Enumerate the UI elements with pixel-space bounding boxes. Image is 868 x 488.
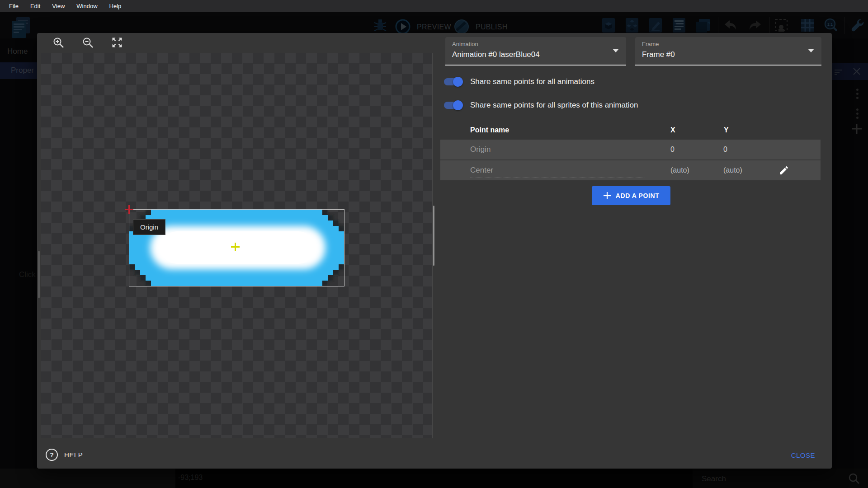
plus-icon <box>603 192 611 200</box>
chevron-down-icon <box>808 49 814 52</box>
canvas-divider <box>432 53 433 438</box>
menu-edit[interactable]: Edit <box>30 3 40 9</box>
canvas-vertical-scrollbar[interactable] <box>433 206 434 266</box>
menu-help[interactable]: Help <box>109 3 122 9</box>
animation-select[interactable]: Animation Animation #0 laserBlue04 <box>445 37 626 66</box>
menu-window[interactable]: Window <box>76 3 97 9</box>
column-header-point-name: Point name <box>470 126 509 134</box>
origin-tooltip-label: Origin <box>140 223 158 231</box>
menu-bar: File Edit View Window Help <box>0 0 868 12</box>
point-row-origin[interactable]: Origin 0 0 <box>440 140 821 160</box>
frame-select-label: Frame <box>642 41 659 47</box>
share-points-animations-toggle[interactable] <box>444 78 462 85</box>
share-points-animations-label: Share same points for all animations <box>470 77 594 86</box>
point-y-value: (auto) <box>723 160 742 180</box>
menu-view[interactable]: View <box>52 3 65 9</box>
x-field-underline <box>669 157 709 157</box>
add-a-point-button[interactable]: ADD A POINT <box>592 186 670 205</box>
zoom-in-button[interactable] <box>52 36 65 49</box>
column-header-y: Y <box>724 126 729 134</box>
help-icon: ? <box>46 449 58 461</box>
y-field-underline <box>722 157 762 157</box>
share-points-sprites-label: Share same points for all sprites of thi… <box>470 101 638 110</box>
canvas-left-scrollbar[interactable] <box>38 251 40 298</box>
edit-center-point-icon[interactable] <box>778 165 789 176</box>
edit-points-dialog: Origin Animation Animation #0 laserBlue0… <box>37 33 832 469</box>
point-x-value: (auto) <box>670 160 689 180</box>
origin-point-marker[interactable] <box>125 205 133 214</box>
column-header-x: X <box>670 126 675 134</box>
animation-select-value: Animation #0 laserBlue04 <box>452 50 540 59</box>
add-a-point-label: ADD A POINT <box>616 192 660 199</box>
app-screen: File Edit View Window Help PREVIEW PUBLI… <box>0 0 868 488</box>
zoom-out-button[interactable] <box>81 36 94 49</box>
help-button[interactable]: ? HELP <box>46 449 83 461</box>
origin-tooltip: Origin <box>133 219 165 235</box>
close-button[interactable]: CLOSE <box>788 451 818 460</box>
frame-select-value: Frame #0 <box>642 50 675 59</box>
help-label: HELP <box>64 451 83 459</box>
center-point-marker[interactable] <box>231 243 240 251</box>
point-row-center[interactable]: Center (auto) (auto) <box>440 160 821 180</box>
chevron-down-icon <box>613 49 619 52</box>
animation-select-label: Animation <box>452 41 478 47</box>
share-points-sprites-toggle[interactable] <box>444 102 462 109</box>
fit-to-view-button[interactable] <box>110 36 124 49</box>
name-field-underline <box>470 178 645 178</box>
menu-file[interactable]: File <box>9 3 19 9</box>
frame-select[interactable]: Frame Frame #0 <box>635 37 821 66</box>
name-field-underline <box>470 157 645 157</box>
